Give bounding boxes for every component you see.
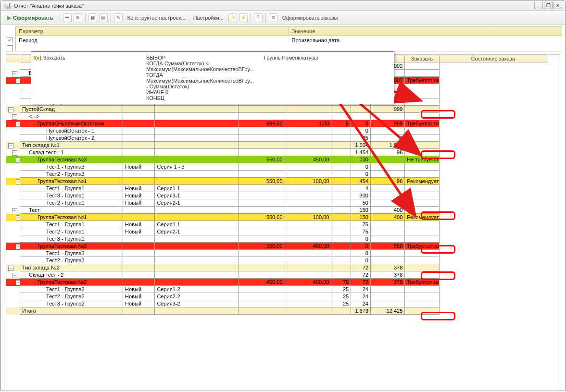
table-row[interactable]: −Тест150400 — [6, 207, 547, 214]
table-row[interactable]: Тест1 - Группа2НовыйСерия1-22524 — [6, 286, 547, 293]
table-row[interactable]: Тест3 - Группа1НовыйСерия3-1300 — [6, 192, 547, 199]
gear-icon[interactable]: ⚙ — [74, 13, 82, 22]
cell — [238, 228, 285, 235]
table-row[interactable]: Тест1 - Группа30 — [6, 250, 547, 257]
cell: Новый — [123, 286, 155, 293]
generate-report-label: Сформировать — [13, 15, 53, 21]
tree-toggle[interactable]: − — [16, 280, 20, 285]
cell — [238, 300, 285, 307]
cell — [285, 127, 331, 135]
tree-toggle[interactable]: − — [16, 215, 20, 220]
document-icon[interactable]: 🗎 — [269, 13, 277, 22]
table-row[interactable]: −ГруппаСНулевымОстатком999,001,0050999Тр… — [6, 120, 547, 127]
minimize-button[interactable]: _ — [534, 2, 543, 9]
tree-toggle[interactable]: − — [8, 266, 13, 271]
maximize-button[interactable]: ❐ — [544, 2, 553, 9]
table-row[interactable]: Итого1 67312 425 — [6, 307, 547, 315]
table-row[interactable]: −ГруппаТестовая №1550,00100,0045496Реком… — [6, 178, 547, 185]
param-check-period[interactable] — [7, 37, 13, 43]
cell: 1 604 — [351, 142, 371, 149]
table-row[interactable]: −ГруппаТестовая №2450,00400,007572378Тре… — [6, 279, 547, 286]
constructor-button[interactable]: Конструктор настроек... — [125, 14, 189, 22]
cell: Серия 1 - 3 — [155, 163, 238, 171]
close-button[interactable]: ✕ — [553, 2, 562, 9]
report-body[interactable]: аток Заказать Состояние заказа -310 002−… — [6, 54, 560, 391]
table-row[interactable]: −Тип склада №11 6041 046 — [6, 142, 547, 149]
cell — [155, 135, 238, 142]
cell — [155, 178, 238, 185]
param-value-period[interactable]: Произвольная дата — [292, 37, 340, 43]
tree-toggle[interactable]: − — [16, 244, 20, 249]
cell — [370, 286, 404, 293]
cell — [123, 250, 155, 257]
param-check-2[interactable] — [7, 45, 13, 51]
table-row[interactable]: −ПустойСклад999 — [6, 106, 547, 113]
table-row[interactable]: Тест3 - Группа10 — [6, 235, 547, 243]
cell — [405, 264, 439, 271]
cell: Тест1 - Группа2 — [20, 286, 123, 293]
tree-toggle[interactable]: − — [8, 107, 13, 112]
lightning-icon[interactable]: ⚡ — [239, 13, 248, 22]
table-row[interactable]: Тест2 - Группа30 — [6, 171, 547, 178]
tree-toggle[interactable]: − — [16, 78, 20, 84]
tree-toggle[interactable]: − — [12, 114, 17, 120]
table-row[interactable]: −<...> — [6, 113, 547, 120]
cell — [331, 135, 351, 142]
table-icon[interactable]: ▦ — [88, 13, 97, 22]
cell — [331, 214, 351, 221]
table-row[interactable]: −Склад тест - 11 45496 — [6, 149, 547, 156]
table-row[interactable]: −ГруппаТестовая №1550,00100,00150400Реко… — [6, 214, 547, 221]
cell: ГруппаТестовая №2 — [20, 279, 123, 286]
settings-constructor-icon[interactable]: ✎ — [114, 13, 123, 22]
tree-toggle[interactable]: − — [8, 143, 13, 148]
table-row[interactable]: Тест1 - Группа1НовыйСерия1-14 — [6, 185, 547, 192]
table-row[interactable]: Тест1 - Группа3НовыйСерия 1 - 30 — [6, 163, 547, 171]
wand-icon[interactable]: ✨ — [228, 13, 237, 22]
cell — [405, 250, 439, 257]
table-row[interactable]: −ГруппаТестовая №3550,00450,00000Не треб… — [6, 156, 547, 163]
help-icon[interactable]: ? — [254, 13, 263, 22]
cell: ГруппаТестовая №3 — [20, 243, 123, 250]
cell — [123, 120, 155, 127]
table-row[interactable]: Тест2 - Группа30 — [6, 257, 547, 264]
table-row[interactable]: Тест1 - Группа1НовыйСерия1-175 — [6, 221, 547, 228]
cell: Рекомендуется заказать — [405, 178, 439, 185]
generate-orders-button[interactable]: Сформировать заказы — [279, 14, 341, 22]
cell: 550,00 — [238, 243, 285, 250]
cell: 75 — [351, 221, 371, 228]
tree-toggle[interactable]: − — [12, 71, 17, 76]
tree-toggle[interactable]: − — [12, 273, 17, 278]
table-row[interactable]: Тест2 - Группа1НовыйСерия2-175 — [6, 228, 547, 235]
table-row[interactable]: НулевойОстаток - 10 — [6, 127, 547, 135]
cell — [331, 106, 351, 113]
table-row[interactable]: −ГруппаТестовая №3550,00450,000550Требуе… — [6, 243, 547, 250]
settings-button[interactable]: Настройки... — [190, 14, 226, 22]
cell: 96 — [370, 149, 404, 156]
cell: ГруппаСНулевымОстатком — [20, 120, 123, 127]
cell — [331, 221, 351, 228]
cell: 0 — [351, 127, 371, 135]
cell — [285, 293, 331, 300]
cell: 0 — [370, 135, 404, 142]
cell: 25 — [351, 135, 371, 142]
table-row[interactable]: Тест2 - Группа2НовыйСерия2-22524 — [6, 293, 547, 300]
cell: Серия2-1 — [155, 228, 238, 235]
cell: Тест — [20, 207, 123, 214]
cell — [155, 243, 238, 250]
tree-toggle[interactable]: − — [12, 208, 17, 213]
tree-icon[interactable]: ▤ — [99, 13, 108, 22]
table-row[interactable]: −Тип склада №272378 — [6, 264, 547, 271]
list-icon[interactable]: ☰ — [63, 13, 72, 22]
cell — [123, 178, 155, 185]
tree-toggle[interactable]: − — [16, 122, 20, 127]
table-row[interactable]: НулевойОстаток - 2250 — [6, 135, 547, 142]
table-row[interactable]: Тест2 - Группа1НовыйСерия2-150 — [6, 199, 547, 207]
cell — [285, 264, 331, 271]
tree-toggle[interactable]: − — [12, 150, 17, 156]
cell — [285, 271, 331, 279]
table-row[interactable]: Тест3 - Группа2НовыйСерия3-22524 — [6, 300, 547, 307]
tree-toggle[interactable]: − — [16, 158, 20, 163]
tree-toggle[interactable]: − — [16, 179, 20, 184]
table-row[interactable]: −Склад тест - 272378 — [6, 271, 547, 279]
generate-report-button[interactable]: ▶ Сформировать — [4, 13, 57, 23]
